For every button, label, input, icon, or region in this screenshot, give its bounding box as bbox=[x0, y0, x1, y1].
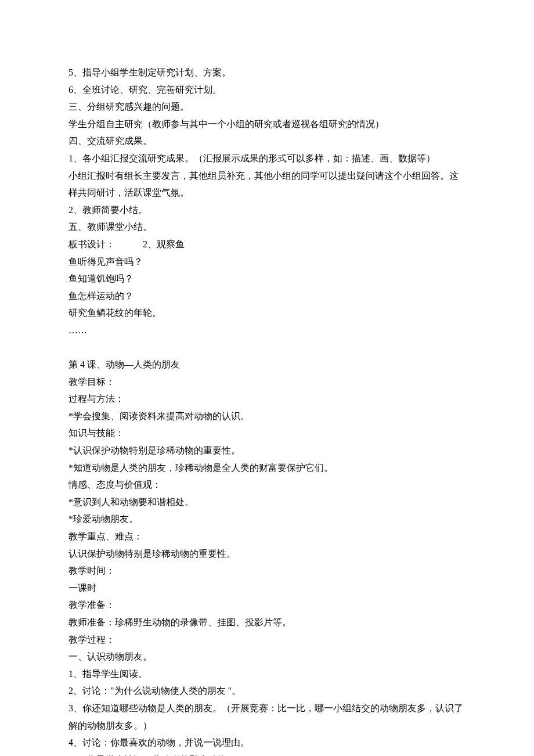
document-page: 5、指导小组学生制定研究计划、方案。6、全班讨论、研究、完善研究计划。三、分组研… bbox=[0, 0, 534, 756]
text-line: 认识保护动物特别是珍稀动物的重要性。 bbox=[68, 545, 466, 563]
text-line: 第 4 课、动物—人类的朋友 bbox=[68, 356, 466, 373]
text-line: 板书设计： 2、观察鱼 bbox=[68, 236, 466, 253]
text-line: 小组汇报时有组长主要发言，其他组员补充，其他小组的同学可以提出疑问请这个小组回答… bbox=[68, 167, 466, 201]
text-line: 研究鱼鳞花纹的年轮。 bbox=[68, 304, 466, 322]
text-line: 教学准备： bbox=[68, 596, 466, 614]
text-line: *学会搜集、阅读资料来提高对动物的认识。 bbox=[68, 408, 466, 425]
document-content: 5、指导小组学生制定研究计划、方案。6、全班讨论、研究、完善研究计划。三、分组研… bbox=[68, 64, 466, 756]
text-line: 鱼听得见声音吗？ bbox=[68, 253, 466, 271]
text-line: 1、各小组汇报交流研究成果。（汇报展示成果的形式可以多样，如：描述、画、数据等） bbox=[68, 150, 466, 167]
text-line: 4、讨论：你最喜欢的动物，并说一说理由。 bbox=[68, 734, 466, 751]
text-line: 6、全班讨论、研究、完善研究计划。 bbox=[68, 81, 466, 99]
text-line: 知识与技能： bbox=[68, 424, 466, 442]
text-line: 3、你还知道哪些动物是人类的朋友。（开展竞赛：比一比，哪一小组结交的动物朋友多，… bbox=[68, 700, 466, 734]
text-line: *珍爱动物朋友。 bbox=[68, 510, 466, 528]
text-line: 鱼怎样运动的？ bbox=[68, 287, 466, 305]
text-line: *知道动物是人类的朋友，珍稀动物是全人类的财富要保护它们。 bbox=[68, 459, 466, 477]
text-line: 教学过程： bbox=[68, 631, 466, 649]
text-line: 教学重点、难点： bbox=[68, 528, 466, 545]
text-line: 一、认识动物朋友。 bbox=[68, 648, 466, 665]
text-line: 过程与方法： bbox=[68, 390, 466, 408]
blank-line bbox=[68, 339, 466, 357]
text-line: 二、指导学生认识一些珍稀的野生动物。 bbox=[68, 751, 466, 756]
text-line: 四、交流研究成果。 bbox=[68, 132, 466, 150]
text-line: 教师准备：珍稀野生动物的录像带、挂图、投影片等。 bbox=[68, 614, 466, 631]
text-line: 鱼知道饥饱吗？ bbox=[68, 270, 466, 287]
text-line: *认识保护动物特别是珍稀动物的重要性。 bbox=[68, 442, 466, 459]
text-line: 五、教师课堂小结。 bbox=[68, 218, 466, 236]
text-line: *意识到人和动物要和谐相处。 bbox=[68, 494, 466, 511]
text-line: 学生分组自主研究（教师参与其中一个小组的研究或者巡视各组研究的情况） bbox=[68, 116, 466, 133]
text-line: 1、指导学生阅读。 bbox=[68, 665, 466, 683]
text-line: 2、讨论："为什么说动物使人类的朋友 "。 bbox=[68, 682, 466, 700]
text-line: 一课时 bbox=[68, 579, 466, 597]
text-line: 教学时间： bbox=[68, 562, 466, 579]
text-line: 情感、态度与价值观： bbox=[68, 476, 466, 494]
text-line: 2、教师简要小结。 bbox=[68, 201, 466, 219]
text-line: 三、分组研究感兴趣的问题。 bbox=[68, 98, 466, 116]
text-line: 5、指导小组学生制定研究计划、方案。 bbox=[68, 64, 466, 81]
text-line: 教学目标： bbox=[68, 373, 466, 391]
text-line: …… bbox=[68, 322, 466, 339]
